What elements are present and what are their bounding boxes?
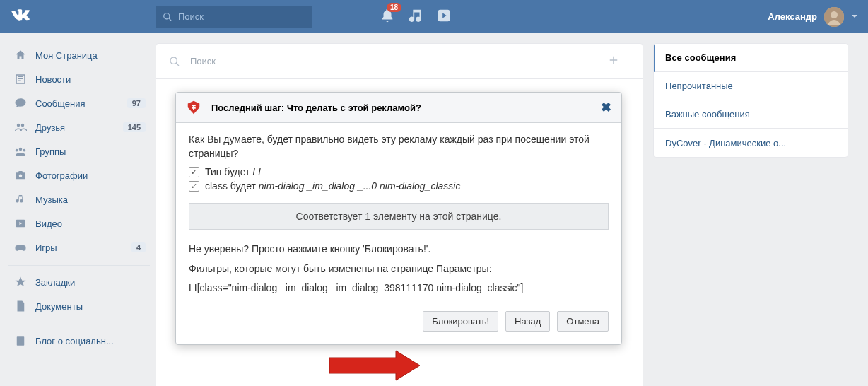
sidebar-label: Друзья (35, 122, 65, 133)
svg-point-3 (17, 124, 20, 127)
checkbox-row-type[interactable]: ✓ Тип будет LI (189, 166, 609, 177)
dialog-intro: Как Вы думаете, будет правильно видеть э… (189, 133, 609, 160)
header-search[interactable] (156, 6, 312, 28)
avatar (824, 7, 844, 27)
sidebar-item-blog[interactable]: Блог о социальн... (8, 329, 150, 353)
svg-point-7 (23, 149, 25, 152)
header-bar: 18 Александр (0, 0, 868, 33)
shield-icon (186, 100, 201, 115)
document-icon (13, 300, 28, 312)
sidebar-label: Закладки (35, 277, 75, 288)
video-icon (13, 217, 28, 230)
sidebar-item-documents[interactable]: Документы (8, 294, 150, 318)
chevron-down-icon (851, 11, 858, 22)
badge: 97 (127, 98, 146, 108)
user-menu[interactable]: Александр (768, 7, 858, 27)
tab-dycover[interactable]: DyCover - Динамические о... (654, 129, 848, 157)
gamepad-icon (13, 241, 28, 254)
groups-icon (13, 145, 28, 158)
sidebar-label: Сообщения (35, 98, 86, 109)
svg-point-4 (21, 124, 25, 127)
sidebar-item-games[interactable]: Игры 4 (8, 235, 150, 259)
messages-search-input[interactable] (190, 56, 607, 66)
tab-all-messages[interactable]: Все сообщения (654, 44, 848, 72)
sidebar-separator (8, 265, 150, 266)
music-icon (408, 8, 423, 23)
dialog-title: Последний шаг: Что делать с этой рекламо… (211, 103, 421, 113)
adblock-dialog: Последний шаг: Что делать с этой рекламо… (175, 92, 622, 345)
sidebar-item-friends[interactable]: Друзья 145 (8, 115, 150, 139)
messages-icon (13, 97, 28, 110)
play-icon (436, 8, 452, 23)
left-sidebar: Моя Страница Новости Сообщения 97 Друзья… (0, 33, 156, 386)
svg-rect-10 (17, 336, 25, 346)
music-header-icon[interactable] (408, 8, 423, 25)
dialog-header: Последний шаг: Что делать с этой рекламо… (176, 93, 621, 123)
checkbox-icon[interactable]: ✓ (189, 181, 199, 192)
sidebar-item-news[interactable]: Новости (8, 67, 150, 91)
dialog-filters-heading: Фильтры, которые могут быть изменены на … (189, 262, 609, 276)
sidebar-label: Группы (35, 146, 66, 157)
badge: 4 (131, 242, 146, 252)
sidebar-label: Новости (35, 74, 71, 85)
vk-logo-icon[interactable] (10, 6, 30, 28)
cancel-button[interactable]: Отмена (557, 311, 609, 332)
messages-filter-box: Все сообщения Непрочитанные Важные сообщ… (653, 43, 848, 158)
tab-unread[interactable]: Непрочитанные (654, 72, 848, 100)
sidebar-label: Фотографии (35, 170, 88, 181)
block-button[interactable]: Блокировать! (423, 311, 498, 332)
search-icon (163, 12, 172, 22)
new-message-button[interactable] (607, 54, 630, 69)
news-icon (13, 73, 28, 86)
sidebar-label: Блог о социальн... (35, 336, 114, 346)
username: Александр (768, 11, 817, 22)
header-icons: 18 (380, 8, 452, 25)
dialog-body: Как Вы думаете, будет правильно видеть э… (176, 123, 621, 344)
annotation-arrow-icon (325, 349, 424, 384)
sidebar-item-music[interactable]: Музыка (8, 187, 150, 211)
page-icon (13, 334, 28, 347)
sidebar-item-video[interactable]: Видео (8, 211, 150, 235)
play-header-icon[interactable] (436, 8, 452, 25)
star-icon (13, 276, 28, 288)
checkbox-icon[interactable]: ✓ (189, 167, 199, 177)
note-icon (13, 193, 28, 206)
home-icon (13, 49, 28, 62)
sidebar-label: Документы (35, 301, 83, 312)
checkbox-label: class будет nim-dialog _im_dialog _...0 … (205, 180, 460, 192)
header-search-input[interactable] (178, 11, 305, 22)
svg-point-8 (19, 175, 23, 178)
notification-bell[interactable]: 18 (380, 8, 395, 25)
sidebar-label: Музыка (35, 194, 68, 205)
match-info: Соответствует 1 элементу на этой страниц… (189, 203, 609, 230)
svg-point-2 (831, 11, 838, 18)
tab-important[interactable]: Важные сообщения (654, 100, 848, 129)
close-button[interactable]: ✖ (601, 101, 611, 114)
sidebar-label: Видео (35, 218, 62, 229)
sidebar-item-my-page[interactable]: Моя Страница (8, 43, 150, 67)
notification-badge: 18 (387, 3, 401, 12)
badge: 145 (123, 122, 146, 132)
sidebar-item-photos[interactable]: Фотографии (8, 163, 150, 187)
sidebar-item-messages[interactable]: Сообщения 97 (8, 91, 150, 115)
messages-search-bar (156, 44, 643, 79)
svg-point-6 (16, 149, 18, 152)
checkbox-row-class[interactable]: ✓ class будет nim-dialog _im_dialog _...… (189, 180, 609, 192)
sidebar-item-bookmarks[interactable]: Закладки (8, 270, 150, 294)
sidebar-label: Моя Страница (35, 50, 98, 61)
checkbox-label: Тип будет LI (205, 166, 261, 177)
search-icon (169, 56, 180, 67)
dialog-unsure: Не уверены? Просто нажмите кнопку 'Блоки… (189, 242, 609, 257)
sidebar-separator (8, 324, 150, 324)
svg-point-5 (19, 148, 23, 151)
back-button[interactable]: Назад (505, 311, 550, 332)
dialog-actions: Блокировать! Назад Отмена (189, 311, 609, 332)
friends-icon (13, 121, 28, 134)
sidebar-label: Игры (35, 242, 57, 253)
camera-icon (13, 169, 28, 182)
dialog-filters-value: LI[class="nim-dialog _im_dialog _im_dial… (189, 281, 609, 296)
sidebar-item-groups[interactable]: Группы (8, 139, 150, 163)
